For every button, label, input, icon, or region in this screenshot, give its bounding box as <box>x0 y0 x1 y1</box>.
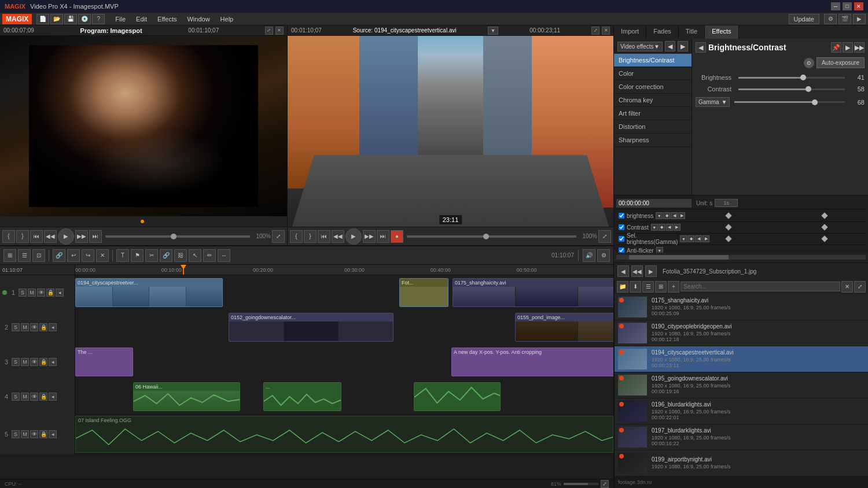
tr-forward[interactable]: ▶▶ <box>363 230 376 243</box>
source-dropdown[interactable]: ▼ <box>488 27 499 35</box>
kf-icon-4[interactable]: ▶ <box>678 212 685 219</box>
tr-bracket-close[interactable]: } <box>304 230 317 243</box>
clip-4-1[interactable]: 06 Hawaii... <box>133 382 240 411</box>
effect-sharpness[interactable]: Sharpness <box>614 134 692 147</box>
tl-prev-marker[interactable]: ⏮ <box>30 230 43 243</box>
ml-folder[interactable]: 📁 <box>617 281 628 293</box>
kf-icon-c1[interactable]: ▼ <box>651 224 658 231</box>
clip-4-3[interactable] <box>414 382 501 411</box>
tr-prev-marker[interactable]: ⏮ <box>318 230 330 243</box>
media-item-0190[interactable]: 0190_citypeoplebridgeopen.avi 1920 x 108… <box>615 320 868 346</box>
burn-button[interactable]: 💿 <box>78 14 91 24</box>
ec-nav-right2[interactable]: ▶▶ <box>854 42 865 53</box>
tl-delete[interactable]: ✕ <box>96 249 109 262</box>
menu-edit[interactable]: Edit <box>131 14 152 24</box>
tl-settings2[interactable]: ⚙ <box>597 249 610 262</box>
track-vol-2[interactable]: ◂ <box>49 323 57 331</box>
tl-pen[interactable]: ✏ <box>203 249 216 262</box>
menu-file[interactable]: File <box>111 14 130 24</box>
tr-rewind[interactable]: ◀◀ <box>332 230 344 243</box>
track-lock-2[interactable]: 🔒 <box>39 323 47 331</box>
tl-list-view[interactable]: ☰ <box>18 249 31 262</box>
fullscreen-btn[interactable]: ⤢ <box>601 480 609 488</box>
ml-add[interactable]: + <box>668 281 679 293</box>
effect-color-correction[interactable]: Color correction <box>614 80 692 94</box>
open-button[interactable]: 📂 <box>50 14 63 24</box>
video-effects-dropdown[interactable]: Video effects ▼ <box>617 42 663 51</box>
help-icon-btn[interactable]: ? <box>92 14 105 24</box>
kf-icon-c2[interactable]: ◆ <box>659 224 665 231</box>
tl-storyboard[interactable]: ⊡ <box>32 249 45 262</box>
tr-volume-slider[interactable] <box>407 235 576 238</box>
effect-brightness-contrast[interactable]: Brightness/Contrast <box>614 54 692 67</box>
tl-expand-left[interactable]: ⤢ <box>272 230 285 243</box>
track-vol-1[interactable]: ◂ <box>56 289 64 297</box>
track-eye-3[interactable]: 👁 <box>30 358 38 366</box>
ruler-area[interactable]: 00:00:00 00:10:00 00:20:00 00:30:00 00:4… <box>75 265 613 275</box>
ec-nav-right1[interactable]: ▶ <box>843 42 853 53</box>
effect-color[interactable]: Color <box>614 67 692 80</box>
tl-play[interactable]: ▶ <box>58 228 74 245</box>
tl-overview[interactable]: ⊞ <box>3 249 16 262</box>
track-vol-4[interactable]: ◂ <box>49 393 57 401</box>
tab-import[interactable]: Import <box>614 25 646 39</box>
brightness-slider[interactable] <box>738 77 845 79</box>
clip-1-1[interactable]: 0194_cityscapestreetver... <box>75 278 223 307</box>
clip-1-3[interactable]: 0175_shanghaicity.avi <box>453 278 613 307</box>
close-button[interactable]: ✕ <box>854 2 863 10</box>
tr-expand-right[interactable]: ⤢ <box>598 230 611 243</box>
effect-distortion[interactable]: Distortion <box>614 120 692 134</box>
eb-prev[interactable]: ◀◀ <box>631 265 643 277</box>
tl-forward[interactable]: ▶▶ <box>75 230 88 243</box>
export-icon[interactable]: ▶ <box>853 14 866 24</box>
eb-play[interactable]: ▶ <box>645 265 657 277</box>
kf-icon-g1[interactable]: ▼ <box>680 235 687 242</box>
effects-hscrollbar[interactable] <box>616 255 866 260</box>
track-eye-5[interactable]: 👁 <box>30 430 38 438</box>
tl-next-marker[interactable]: ⏭ <box>89 230 102 243</box>
eb-back[interactable]: ◀ <box>617 265 629 277</box>
effects-nav-prev[interactable]: ◀ <box>665 41 675 51</box>
tl-bracket-close[interactable]: } <box>16 230 29 243</box>
ml-import[interactable]: ⬇ <box>630 281 641 293</box>
ml-close[interactable]: ✕ <box>841 281 853 293</box>
tab-fades[interactable]: Fades <box>646 25 679 39</box>
ec-nav-left[interactable]: ◀ <box>696 42 706 53</box>
tr-next-marker[interactable]: ⏭ <box>377 230 389 243</box>
menu-help[interactable]: Help <box>216 14 238 24</box>
track-eye-2[interactable]: 👁 <box>30 323 38 331</box>
ml-expand[interactable]: ⤢ <box>854 281 866 293</box>
menu-window[interactable]: Window <box>182 14 214 24</box>
tl-volume-slider[interactable] <box>105 235 250 238</box>
ec-pin[interactable]: 📌 <box>831 42 841 53</box>
media-search-input[interactable] <box>681 282 840 291</box>
tab-effects[interactable]: Effects <box>705 25 738 39</box>
clip-2-2[interactable]: 0155_pond_image... <box>515 313 613 342</box>
kf-check-gamma[interactable] <box>619 236 624 242</box>
track-solo-5[interactable]: S <box>12 430 20 438</box>
track-lock-1[interactable]: 🔒 <box>46 289 54 297</box>
tl-link[interactable]: 🔗 <box>160 249 172 262</box>
track-lock-4[interactable]: 🔒 <box>39 393 47 401</box>
track-eye-4[interactable]: 👁 <box>30 393 38 401</box>
tl-undo[interactable]: ↩ <box>67 249 80 262</box>
track-solo-4[interactable]: S <box>12 393 20 401</box>
tab-title[interactable]: Title <box>679 25 705 39</box>
tl-marker[interactable]: ⚑ <box>131 249 144 262</box>
preview-right-close[interactable]: ✕ <box>602 27 610 35</box>
contrast-thumb[interactable] <box>806 86 811 92</box>
preview-left-close[interactable]: ✕ <box>275 27 284 35</box>
clip-4-2[interactable]: ... <box>263 382 341 411</box>
track-lock-5[interactable]: 🔒 <box>39 430 47 438</box>
movie-icon[interactable]: 🎬 <box>838 14 851 24</box>
clip-1-2[interactable]: Fot... <box>399 278 448 307</box>
track-mute-4[interactable]: M <box>21 393 29 401</box>
kf-icon-c3[interactable]: ◀ <box>666 224 673 231</box>
track-lock-3[interactable]: 🔒 <box>39 358 47 366</box>
track-solo-1[interactable]: S <box>19 289 27 297</box>
tl-redo[interactable]: ↪ <box>82 249 94 262</box>
new-button[interactable]: 📄 <box>36 14 49 24</box>
timeline-zoom-slider[interactable] <box>564 483 598 485</box>
effect-art-filter[interactable]: Art filter <box>614 107 692 120</box>
effects-nav-next[interactable]: ▶ <box>678 41 688 51</box>
